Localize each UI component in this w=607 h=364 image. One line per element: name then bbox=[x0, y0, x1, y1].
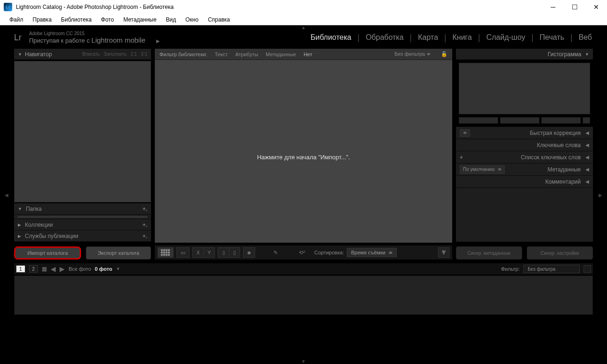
lock-icon[interactable]: 🔓 bbox=[441, 51, 448, 57]
folder-row[interactable]: ▼ Папка +. bbox=[14, 203, 151, 215]
quick-stepper[interactable]: ≑ bbox=[460, 129, 470, 137]
filter-preset[interactable]: Без фильтра ≑ bbox=[395, 51, 431, 57]
menu-photo[interactable]: Фото bbox=[96, 15, 119, 24]
left-panel: ▼ Навигатор Вписать Заполнить 1:1 3:1 ▼ … bbox=[14, 49, 151, 260]
sync-settings-button[interactable]: Синхр. настройки bbox=[527, 246, 593, 260]
folder-slider[interactable] bbox=[14, 215, 151, 219]
add-collection-icon[interactable]: +. bbox=[143, 222, 147, 228]
collections-row[interactable]: ▶ Коллекции +. bbox=[14, 219, 151, 230]
nav-3to1[interactable]: 3:1 bbox=[141, 52, 147, 57]
survey-button-2[interactable]: ▯ bbox=[229, 247, 240, 258]
keywords-row[interactable]: Ключевые слова ◀ bbox=[456, 139, 593, 151]
close-button[interactable]: ✕ bbox=[585, 0, 607, 14]
survey-group: ▯ ▯ bbox=[218, 247, 240, 258]
dropdown-icon[interactable]: ▼ bbox=[116, 267, 120, 271]
expand-left-icon[interactable]: ◀ bbox=[5, 192, 8, 197]
menu-window[interactable]: Окно bbox=[181, 15, 203, 24]
filter-none[interactable]: Нет bbox=[304, 52, 312, 57]
filmstrip-toggle[interactable] bbox=[584, 265, 591, 273]
people-view-button[interactable]: ☻ bbox=[243, 247, 255, 258]
menu-metadata[interactable]: Метаданные bbox=[119, 15, 161, 24]
metadata-row[interactable]: По умолчанию≑ Метаданные ◀ bbox=[456, 163, 593, 175]
tab-web[interactable]: Веб bbox=[577, 31, 593, 44]
menu-file[interactable]: Файл bbox=[5, 15, 28, 24]
tab-book[interactable]: Книга bbox=[452, 31, 473, 44]
navigator-preview[interactable] bbox=[14, 61, 151, 202]
add-folder-icon[interactable]: +. bbox=[143, 206, 147, 212]
painter-icon[interactable]: ✎ bbox=[270, 247, 281, 258]
nav-fit[interactable]: Вписать bbox=[82, 52, 100, 57]
quick-develop-row[interactable]: ≑ Быстрая коррекция ◀ bbox=[456, 126, 593, 139]
add-publish-icon[interactable]: +. bbox=[143, 233, 147, 239]
source-label[interactable]: Все фото bbox=[68, 266, 91, 272]
histogram-header[interactable]: Гистограмма ▼ bbox=[456, 49, 593, 60]
survey-button-1[interactable]: ▯ bbox=[218, 247, 229, 258]
tab-print[interactable]: Печать bbox=[539, 31, 565, 44]
expand-right-icon[interactable]: ▶ bbox=[599, 192, 602, 197]
filmstrip-filter-label: Фильтр: bbox=[501, 266, 520, 272]
loupe-view-button[interactable]: ▭ bbox=[176, 247, 190, 258]
grid-view-button[interactable] bbox=[158, 247, 174, 258]
module-tabs: Библиотека| Обработка| Карта| Книга| Сла… bbox=[310, 31, 593, 44]
screen-1-button[interactable]: 1 bbox=[16, 265, 25, 273]
nav-fill[interactable]: Заполнить bbox=[104, 52, 127, 57]
compare-x-button[interactable]: X bbox=[192, 247, 204, 258]
maximize-button[interactable]: ☐ bbox=[564, 0, 585, 14]
import-catalog-button[interactable]: Импорт каталога bbox=[14, 246, 81, 260]
expand-top-icon[interactable]: ▲ bbox=[299, 25, 308, 29]
compare-y-button[interactable]: Y bbox=[204, 247, 215, 258]
prev-button[interactable]: ◀ bbox=[51, 265, 56, 273]
sort-icon[interactable]: ⟲ᴬ bbox=[296, 247, 309, 258]
histogram-label: Гистограмма bbox=[548, 51, 581, 58]
publish-row[interactable]: ▶ Службы публикации +. bbox=[14, 230, 151, 242]
metadata-preset-select[interactable]: По умолчанию≑ bbox=[460, 165, 505, 174]
svg-rect-6 bbox=[166, 252, 167, 253]
export-catalog-button[interactable]: Экспорт каталога bbox=[86, 246, 151, 260]
svg-rect-11 bbox=[168, 254, 170, 256]
toolbar: ▭ X Y ▯ ▯ ☻ ✎ ⟲ᴬ Сортировка: Время съёмк… bbox=[155, 245, 452, 260]
add-keyword-icon[interactable]: + bbox=[460, 154, 463, 161]
svg-rect-4 bbox=[161, 252, 163, 253]
minimize-button[interactable]: ─ bbox=[542, 0, 564, 14]
tab-map[interactable]: Карта bbox=[417, 31, 439, 44]
tab-develop[interactable]: Обработка bbox=[365, 31, 405, 44]
grid-icon[interactable]: ▦ bbox=[42, 266, 47, 272]
menu-library[interactable]: Библиотека bbox=[56, 15, 96, 24]
navigator-header[interactable]: ▼ Навигатор Вписать Заполнить 1:1 3:1 bbox=[14, 49, 151, 60]
filmstrip[interactable] bbox=[14, 275, 593, 315]
menu-bar: Файл Правка Библиотека Фото Метаданные В… bbox=[0, 14, 607, 25]
menu-edit[interactable]: Правка bbox=[28, 15, 57, 24]
mobile-link[interactable]: Приступая к работе с Lightroom mobile ▶ bbox=[29, 36, 160, 44]
next-button[interactable]: ▶ bbox=[60, 265, 65, 273]
sort-select[interactable]: Время съёмки≑ bbox=[347, 248, 396, 257]
menu-view[interactable]: Вид bbox=[161, 15, 181, 24]
sync-metadata-button[interactable]: Синхр. метаданные bbox=[456, 246, 522, 260]
mobile-strong: Lightroom mobile bbox=[91, 36, 145, 44]
quick-label: Быстрая коррекция bbox=[530, 130, 581, 136]
svg-rect-0 bbox=[161, 249, 163, 251]
tab-library[interactable]: Библиотека bbox=[310, 31, 352, 44]
filter-text[interactable]: Текст bbox=[215, 52, 228, 57]
screen-2-button[interactable]: 2 bbox=[29, 265, 38, 273]
play-icon: ▶ bbox=[156, 38, 160, 44]
svg-rect-3 bbox=[168, 249, 170, 251]
comments-row[interactable]: Комментарий ◀ bbox=[456, 175, 593, 187]
compare-group: X Y bbox=[192, 247, 215, 258]
filter-metadata[interactable]: Метаданные bbox=[266, 52, 296, 57]
keyword-list-label: Список ключевых слов bbox=[521, 154, 581, 161]
nav-1to1[interactable]: 1:1 bbox=[130, 52, 137, 57]
toolbar-menu-button[interactable]: ▼ bbox=[438, 247, 449, 258]
tab-slideshow[interactable]: Слайд-шоу bbox=[486, 31, 526, 44]
chevron-left-icon: ◀ bbox=[585, 155, 589, 160]
chevron-left-icon: ◀ bbox=[585, 179, 589, 184]
filmstrip-filter-select[interactable] bbox=[524, 265, 580, 273]
svg-rect-10 bbox=[166, 254, 167, 256]
expand-bottom-icon[interactable]: ▼ bbox=[299, 359, 308, 363]
menu-help[interactable]: Справка bbox=[203, 15, 235, 24]
svg-rect-1 bbox=[163, 249, 165, 251]
grid-view[interactable]: Нажмите для начала "Импорт...". bbox=[155, 60, 452, 243]
keyword-list-row[interactable]: + Список ключевых слов ◀ bbox=[456, 151, 593, 163]
app-version: Adobe Lightroom CC 2015 bbox=[29, 31, 160, 36]
filter-attributes[interactable]: Атрибуты bbox=[235, 52, 258, 57]
title-bar: Lr Lightroom Catalog - Adobe Photoshop L… bbox=[0, 0, 607, 14]
